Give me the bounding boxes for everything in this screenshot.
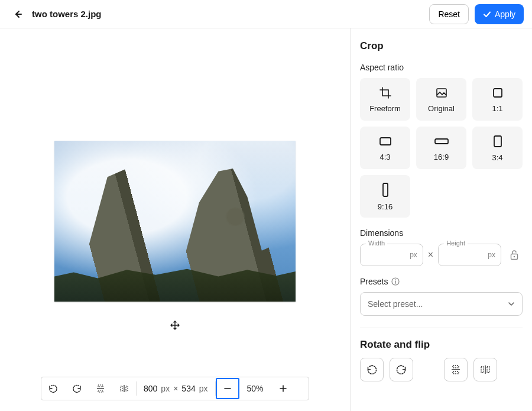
preset-placeholder: Select preset...: [368, 299, 423, 309]
flip-vertical-icon: [450, 364, 461, 375]
rotate-ccw-icon: [48, 384, 58, 393]
rotate-ccw-button[interactable]: [41, 377, 65, 400]
height-label: Height: [444, 240, 468, 247]
presets-label-row: Presets: [360, 277, 523, 286]
canvas-unit: px: [161, 384, 170, 393]
flip-horizontal-button[interactable]: [112, 377, 136, 400]
flip-vertical-icon: [96, 384, 105, 393]
lock-aspect-button[interactable]: [506, 250, 523, 260]
crop-icon: [379, 86, 392, 99]
plus-icon: [279, 384, 287, 393]
lock-open-icon: [510, 250, 519, 260]
dimensions-label: Dimensions: [360, 228, 523, 238]
zoom-out-button[interactable]: [216, 378, 239, 399]
panel-flip-horizontal-button[interactable]: [473, 358, 497, 381]
apply-button[interactable]: Apply: [475, 4, 524, 24]
canvas-dimensions: 800 px × 534 px: [137, 384, 215, 393]
rotate-flip-title: Rotate and flip: [360, 339, 523, 351]
panel-rotate-ccw-button[interactable]: [360, 358, 384, 381]
ratio-label: Original: [428, 104, 455, 113]
dimensions-times-symbol: ×: [428, 250, 433, 260]
reset-button-label: Reset: [438, 9, 460, 19]
zoom-controls: 50%: [216, 377, 295, 400]
rect-4-3-icon: [378, 135, 392, 148]
svg-rect-4: [494, 136, 501, 147]
file-name: two towers 2.jpg: [32, 9, 102, 19]
arrow-left-icon: [13, 9, 22, 19]
aspect-ratio-grid: Freeform Original 1:1 4:3 16:9: [360, 78, 523, 169]
ratio-label: 4:3: [379, 153, 390, 161]
image-preview[interactable]: [54, 141, 296, 302]
move-handle[interactable]: [168, 318, 182, 332]
reset-button[interactable]: Reset: [429, 4, 469, 24]
presets-label: Presets: [360, 277, 388, 286]
ratio-label: Freeform: [369, 104, 401, 113]
rotate-ccw-icon: [366, 364, 377, 375]
ratio-3-4[interactable]: 3:4: [472, 127, 523, 169]
rotate-cw-icon: [396, 364, 407, 375]
canvas-area: 800 px × 534 px 50%: [0, 28, 350, 411]
rotate-flip-row: [360, 358, 523, 381]
rect-9-16-icon: [379, 182, 392, 198]
rotate-cw-icon: [72, 384, 82, 393]
svg-rect-2: [380, 138, 391, 145]
canvas-toolbar: 800 px × 534 px 50%: [41, 377, 309, 400]
ratio-label: 9:16: [378, 202, 392, 211]
ratio-label: 3:4: [492, 153, 502, 162]
crop-panel: Crop Aspect ratio Freeform Original 1:1: [350, 28, 532, 411]
svg-rect-1: [494, 89, 502, 97]
ratio-16-9[interactable]: 16:9: [416, 127, 466, 169]
apply-button-label: Apply: [495, 9, 515, 19]
ratio-label: 16:9: [434, 153, 449, 161]
svg-rect-5: [383, 183, 388, 196]
canvas-height-value: 534: [181, 384, 195, 393]
svg-point-9: [395, 279, 397, 280]
ratio-freeform[interactable]: Freeform: [360, 78, 410, 121]
ratio-4-3[interactable]: 4:3: [360, 127, 410, 169]
square-icon: [491, 86, 504, 99]
move-icon: [170, 321, 180, 330]
width-field-wrap: Width px: [360, 244, 423, 266]
svg-point-7: [514, 256, 515, 258]
back-button[interactable]: [8, 5, 27, 24]
panel-divider: [360, 328, 523, 328]
canvas-unit-2: px: [199, 384, 208, 393]
rect-3-4-icon: [491, 134, 504, 148]
flip-vertical-button[interactable]: [89, 377, 112, 400]
height-field-wrap: Height px: [438, 244, 501, 266]
zoom-in-button[interactable]: [271, 377, 295, 400]
canvas-width-value: 800: [144, 384, 157, 393]
panel-flip-vertical-button[interactable]: [444, 358, 468, 381]
width-label: Width: [366, 240, 387, 247]
topbar: two towers 2.jpg Reset Apply: [0, 0, 532, 28]
minus-icon: [223, 384, 232, 393]
ratio-original[interactable]: Original: [416, 78, 466, 121]
preset-select[interactable]: Select preset...: [360, 292, 523, 316]
crop-title: Crop: [360, 40, 523, 52]
image-icon: [435, 86, 448, 99]
flip-horizontal-icon: [480, 364, 491, 375]
svg-rect-3: [435, 139, 448, 144]
rotate-cw-button[interactable]: [65, 377, 89, 400]
panel-rotate-cw-button[interactable]: [390, 358, 413, 381]
flip-horizontal-icon: [119, 384, 129, 393]
dimensions-row: Width px × Height px: [360, 244, 523, 266]
width-unit: px: [410, 251, 417, 259]
check-icon: [483, 10, 491, 18]
ratio-1-1[interactable]: 1:1: [472, 78, 523, 121]
info-icon: [391, 277, 400, 286]
aspect-ratio-label: Aspect ratio: [360, 63, 523, 72]
rect-16-9-icon: [434, 135, 449, 148]
height-unit: px: [488, 251, 495, 259]
canvas-times-symbol: ×: [173, 384, 178, 393]
chevron-down-icon: [508, 300, 515, 308]
ratio-label: 1:1: [492, 104, 502, 113]
zoom-level: 50%: [239, 384, 271, 393]
svg-rect-0: [437, 89, 446, 97]
ratio-9-16[interactable]: 9:16: [360, 175, 410, 218]
